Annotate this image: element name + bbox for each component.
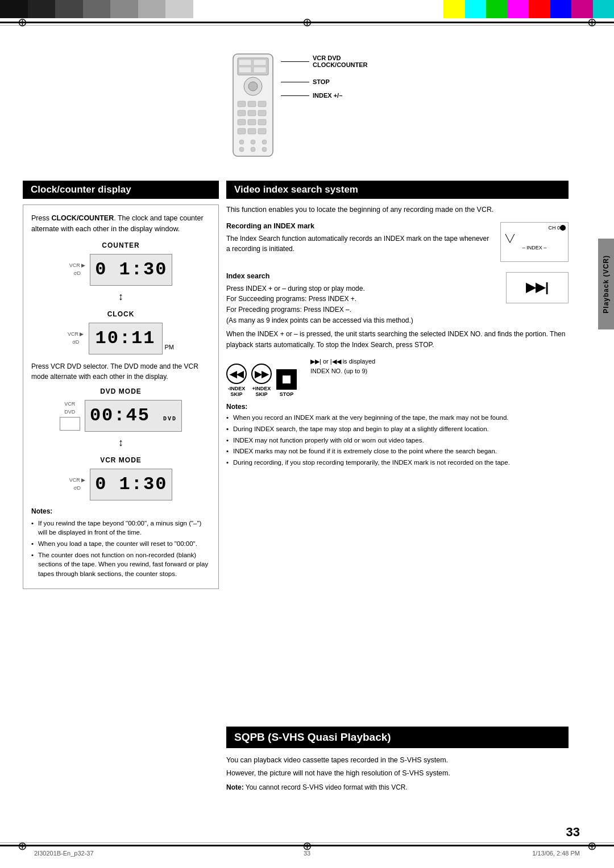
remote-label-vcr-dvd-text: VCR DVD <box>313 55 368 61</box>
fast-forward-icon: ▶▶| <box>526 280 549 295</box>
index-mark-lines: ╲╱ <box>503 234 566 243</box>
right-note-3: INDEX may not function properly with old… <box>226 436 569 445</box>
svg-point-7 <box>248 82 258 91</box>
footer-right: 1/13/06, 2:48 PM <box>532 850 580 857</box>
clock-pm: PM <box>165 343 175 352</box>
counter-display-row: VCR ▶ σD 0 1:30 <box>31 254 210 286</box>
index-mark-label: – INDEX – <box>503 245 566 251</box>
svg-rect-17 <box>238 128 246 134</box>
index-search-section: ▶▶| Index search Press INDEX + or – duri… <box>226 272 569 350</box>
main-content: VCR DVD CLOCK/COUNTER STOP INDEX +/– Clo… <box>23 34 591 834</box>
remote-label-stop: STOP <box>281 78 368 85</box>
right-notes-title: Notes: <box>226 403 569 411</box>
sqpb-text1: You can playback video cassette tapes re… <box>226 755 569 766</box>
remote-label-vcr-dvd: VCR DVD CLOCK/COUNTER <box>281 55 368 68</box>
sqpb-text2: However, the picture will not have the h… <box>226 768 569 779</box>
side-tab-playback: Playback (VCR) <box>598 239 614 329</box>
right-column: This function enables you to locate the … <box>226 205 569 469</box>
svg-point-24 <box>251 147 255 152</box>
right-notes: Notes: When you record an INDEX mark at … <box>226 403 569 467</box>
svg-rect-9 <box>248 101 256 107</box>
clock-display-row: VCR ▶ σD 10:11 PM <box>31 323 210 354</box>
index-search-text3: For Preceding programs: Press INDEX –. <box>226 304 569 315</box>
sqpb-note-text: You cannot record S-VHS video format wit… <box>246 783 408 791</box>
minus-index-button-group: ◀◀ -INDEXSKIP <box>226 364 247 397</box>
index-no-label: INDEX NO. (up to 9) <box>310 368 375 374</box>
left-note-1: If you rewind the tape beyond "00:00", a… <box>31 519 210 537</box>
clock-vcr-indicator: VCR ▶ σD <box>68 331 84 346</box>
svg-point-20 <box>239 140 244 144</box>
black-bars <box>0 0 193 18</box>
svg-rect-18 <box>248 128 256 134</box>
index-mark-box: CH 001 ╲╱ – INDEX – <box>500 222 569 262</box>
clock-sdo-label: σD <box>68 339 84 347</box>
clock-counter-title: Clock/counter display <box>23 181 219 199</box>
clock-intro-text: Press CLOCK/COUNTER. The clock and tape … <box>31 213 210 235</box>
clock-section: CLOCK VCR ▶ σD 10:11 PM <box>31 309 210 354</box>
remote-label-index-text: INDEX +/– <box>313 92 342 99</box>
svg-rect-19 <box>258 128 266 134</box>
right-note-4: INDEX marks may not be found if it is ex… <box>226 446 569 456</box>
stop-button[interactable] <box>276 369 297 390</box>
svg-point-23 <box>239 147 244 152</box>
sqpb-note: Note: You cannot record S-VHS video form… <box>226 782 569 793</box>
svg-rect-13 <box>258 110 266 116</box>
svg-rect-16 <box>258 119 266 125</box>
index-search-display: ▶▶| <box>506 272 569 303</box>
svg-rect-4 <box>239 67 251 73</box>
video-intro-text: This function enables you to locate the … <box>226 205 569 215</box>
buttons-row: ◀◀ -INDEXSKIP ▶▶ +INDEXSKIP STOP <box>226 364 297 397</box>
vcr-mode-display: 0 1:30 <box>90 469 172 500</box>
remote-area: VCR DVD CLOCK/COUNTER STOP INDEX +/– <box>227 51 443 159</box>
left-notes-list: If you rewind the tape beyond "00:00", a… <box>31 519 210 579</box>
crosshair-top-center: ⊕ <box>302 17 312 27</box>
index-mark-box-top: CH 001 <box>503 225 566 231</box>
svg-rect-3 <box>254 60 266 65</box>
video-index-title: Video index search system <box>226 181 569 199</box>
clock-display: 10:11 <box>89 323 163 354</box>
minus-index-label: -INDEXSKIP <box>228 386 246 397</box>
video-index-header: Video index search system <box>226 181 569 199</box>
svg-rect-11 <box>238 110 246 116</box>
crosshair-top-left: ⊕ <box>17 17 27 27</box>
svg-point-22 <box>262 140 267 144</box>
footer-left: 2I30201B-En_p32-37 <box>34 850 94 857</box>
vcr-mode-row: VCR ▶ σD 0 1:30 <box>31 469 210 500</box>
svg-rect-5 <box>254 67 266 73</box>
index-display-labels: ▶▶| or |◀◀ is displayed INDEX NO. (up to… <box>310 358 375 374</box>
left-column: Press CLOCK/COUNTER. The clock and tape … <box>23 205 219 589</box>
clock-counter-header: Clock/counter display <box>23 181 219 199</box>
index-search-text5: When the INDEX + or – is pressed, the un… <box>226 329 569 350</box>
stop-button-group: STOP <box>276 369 297 397</box>
displayed-label: ▶▶| or |◀◀ is displayed <box>310 358 375 365</box>
remote-label-clock-counter-text: CLOCK/COUNTER <box>313 61 368 68</box>
dvd-display: 00:45 DVD <box>85 400 182 432</box>
clock-label: CLOCK <box>31 309 210 319</box>
sqpb-title: SQPB (S-VHS Quasi Playback) <box>226 727 569 748</box>
plus-index-label: +INDEXSKIP <box>252 386 271 397</box>
svg-rect-2 <box>239 60 251 65</box>
dvd-icon: VCR DVD <box>60 400 80 431</box>
dvd-vcr-section: DVD mode VCR DVD 00:45 DVD ↕ VCR mode <box>31 386 210 500</box>
svg-point-25 <box>262 147 267 152</box>
vcr-mode-label: VCR mode <box>31 455 210 465</box>
sqpb-section: SQPB (S-VHS Quasi Playback) You can play… <box>226 727 569 800</box>
svg-rect-15 <box>248 119 256 125</box>
remote-label-index: INDEX +/– <box>281 92 368 99</box>
counter-section: COUNTER VCR ▶ σD 0 1:30 <box>31 240 210 286</box>
left-note-3: The counter does not function on non-rec… <box>31 550 210 579</box>
sqpb-body: You can playback video cassette tapes re… <box>226 748 569 800</box>
buttons-area: ◀◀ -INDEXSKIP ▶▶ +INDEXSKIP STOP ▶▶| or … <box>226 358 569 397</box>
left-note-2: When you load a tape, the counter will r… <box>31 539 210 549</box>
minus-index-button[interactable]: ◀◀ <box>226 364 247 384</box>
right-notes-list: When you record an INDEX mark at the ver… <box>226 413 569 467</box>
plus-index-button[interactable]: ▶▶ <box>251 364 272 384</box>
dvd-mode-row: VCR DVD 00:45 DVD <box>31 400 210 432</box>
clock-box: Press CLOCK/COUNTER. The clock and tape … <box>23 205 219 589</box>
remote-labels: VCR DVD CLOCK/COUNTER STOP INDEX +/– <box>281 55 368 99</box>
right-note-1: When you record an INDEX mark at the ver… <box>226 413 569 423</box>
index-search-text4: (As many as 9 index points can be access… <box>226 315 569 326</box>
dvd-mode-label: DVD mode <box>31 386 210 397</box>
index-mark-dot <box>560 225 566 231</box>
counter-label: COUNTER <box>31 240 210 251</box>
